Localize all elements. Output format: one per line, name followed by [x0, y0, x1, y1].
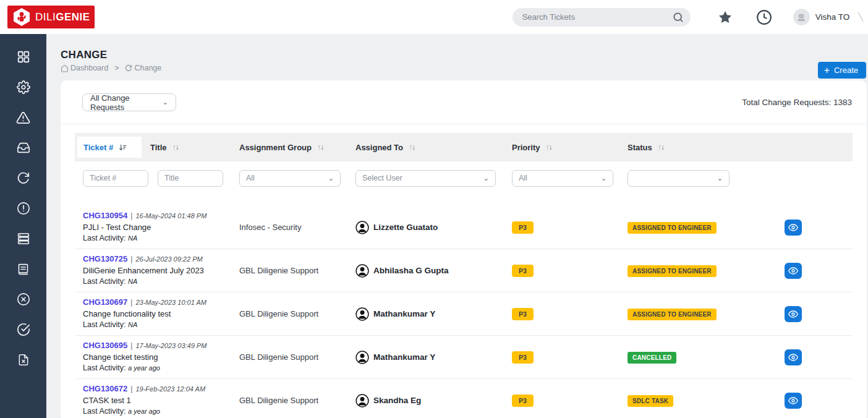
filter-priority-select[interactable]: All⌄: [512, 170, 613, 187]
search-wrap: [513, 8, 691, 27]
status-badge: ASSIGNED TO ENGINEER: [628, 309, 717, 320]
last-activity: Last Activity: NA: [83, 320, 239, 330]
assignee-name: Abhilasha G Gupta: [373, 266, 449, 275]
table-body: CHG130954 | 16-May-2024 01:48 PM PJLI - …: [75, 206, 853, 418]
sidebar-item-assets[interactable]: [15, 232, 32, 245]
topbar: DILIGENIE Visha TO ╲: [0, 0, 868, 34]
priority-badge: P3: [512, 351, 534, 364]
filter-ticket-input[interactable]: [83, 170, 148, 187]
ticket-link[interactable]: CHG130697: [83, 297, 127, 307]
separator: |: [130, 298, 132, 307]
column-header-title[interactable]: Title ↑↓: [150, 143, 178, 152]
sidebar-item-settings[interactable]: [15, 80, 32, 94]
table-row: CHG130672 | 19-Feb-2023 12:04 AM CTASK t…: [75, 379, 853, 418]
status-badge: ASSIGNED TO ENGINEER: [628, 222, 717, 234]
breadcrumb-change[interactable]: Change: [125, 64, 161, 72]
ticket-link[interactable]: CHG130672: [83, 384, 127, 394]
assignee-avatar-icon: [355, 351, 369, 364]
filter-assignment-group-select[interactable]: All⌄: [239, 170, 341, 187]
sidebar-item-incident[interactable]: [15, 111, 32, 124]
ticket-link[interactable]: CHG130954: [83, 211, 127, 221]
view-filter-select[interactable]: All Change Requests ⌄: [82, 93, 176, 111]
assignment-group: GBL Diligenie Support: [239, 352, 355, 362]
view-ticket-button[interactable]: [785, 393, 802, 409]
breadcrumb: Dashboard > Change: [61, 64, 868, 72]
ticket-date: 23-May-2023 10:01 AM: [135, 299, 206, 307]
column-header-assignment-group[interactable]: Assignment Group ↑↓: [239, 143, 355, 152]
plus-icon: +: [824, 66, 830, 75]
sidebar-item-inbox[interactable]: [15, 141, 32, 155]
separator: |: [130, 385, 132, 394]
sidebar-item-problem[interactable]: [15, 202, 32, 215]
user-avatar[interactable]: [793, 9, 810, 25]
page-head: CHANGE Dashboard > Change + Create: [46, 34, 868, 72]
eye-icon: [788, 266, 798, 276]
change-table: Ticket # Title ↑↓ Assignment Group ↑↓ As…: [61, 124, 867, 418]
ticket-title: Change ticket testing: [83, 352, 239, 362]
sidebar-item-knowledge[interactable]: [15, 262, 32, 276]
sort-icon: ↑↓: [658, 143, 663, 151]
table-row: CHG130697 | 23-May-2023 10:01 AM Change …: [75, 292, 853, 336]
view-ticket-button[interactable]: [785, 263, 802, 279]
last-activity: Last Activity: a year ago: [83, 407, 239, 417]
column-header-ticket[interactable]: Ticket #: [77, 137, 142, 158]
sort-icon: ↑↓: [546, 143, 551, 151]
status-badge: SDLC TASK: [628, 395, 673, 407]
assignment-group: GBL Diligenie Support: [239, 396, 355, 405]
sidebar-item-change[interactable]: [15, 171, 32, 185]
genie-logo-icon: [12, 7, 31, 27]
filter-title-input[interactable]: [158, 170, 223, 187]
filter-assigned-to-select[interactable]: Select User⌄: [355, 170, 496, 187]
table-row: CHG130954 | 16-May-2024 01:48 PM PJLI - …: [75, 206, 853, 249]
create-button[interactable]: + Create: [818, 62, 866, 79]
chevron-down-icon: ⌄: [601, 174, 606, 182]
view-ticket-button[interactable]: [785, 306, 802, 322]
ticket-date: 17-May-2023 03:49 PM: [135, 342, 206, 351]
table-row: CHG130695 | 17-May-2023 03:49 PM Change …: [75, 336, 853, 379]
sort-icon: ↑↓: [172, 143, 178, 151]
ticket-title: Change functionality test: [83, 309, 239, 319]
favorites-star-icon[interactable]: [718, 10, 733, 25]
assignee-avatar-icon: [355, 307, 369, 321]
assignment-group: Infosec - Security: [239, 223, 355, 232]
search-tickets-input[interactable]: [513, 8, 691, 27]
ticket-link[interactable]: CHG130695: [83, 341, 127, 351]
sidebar-item-reports[interactable]: [15, 353, 32, 367]
assignment-group: GBL Diligenie Support: [239, 309, 355, 318]
ticket-title: PJLI - Test Change: [83, 223, 239, 232]
history-clock-icon[interactable]: [756, 9, 772, 25]
sidebar-item-dashboard[interactable]: [15, 50, 32, 64]
separator: |: [130, 255, 132, 264]
column-header-assigned-to[interactable]: Assigned To ↑↓: [355, 143, 512, 152]
user-name[interactable]: Visha TO: [815, 12, 850, 22]
ticket-date: 16-May-2024 01:48 PM: [135, 212, 206, 221]
sidebar-item-approvals[interactable]: [15, 323, 32, 336]
home-icon: [61, 64, 69, 72]
last-activity: Last Activity: NA: [83, 277, 239, 287]
assignee-avatar-icon: [355, 394, 369, 407]
change-list-card: All Change Requests ⌄ Total Change Reque…: [61, 80, 867, 418]
column-header-priority[interactable]: Priority ↑↓: [512, 143, 628, 152]
ticket-link[interactable]: CHG130725: [83, 254, 127, 264]
filter-status-select[interactable]: ⌄: [628, 170, 730, 187]
assignee-name: Skandha Eg: [373, 396, 421, 405]
user-menu-chevron-icon[interactable]: ╲: [858, 12, 863, 22]
view-ticket-button[interactable]: [785, 349, 802, 365]
ticket-title: DiliGenie Enhancement July 2023: [83, 266, 239, 276]
table-header-row: Ticket # Title ↑↓ Assignment Group ↑↓ As…: [75, 133, 853, 161]
app-logo[interactable]: DILIGENIE: [7, 6, 95, 28]
assignee-avatar-icon: [355, 221, 369, 234]
separator: |: [130, 341, 132, 351]
search-icon[interactable]: [672, 11, 684, 26]
view-ticket-button[interactable]: [785, 220, 802, 236]
breadcrumb-dashboard[interactable]: Dashboard: [61, 64, 108, 72]
table-row: CHG130725 | 26-Jul-2023 09:22 PM DiliGen…: [75, 249, 853, 292]
column-header-status[interactable]: Status ↑↓: [628, 143, 777, 152]
main-content: CHANGE Dashboard > Change + Create All C…: [46, 34, 868, 418]
change-refresh-icon: [125, 64, 132, 72]
breadcrumb-separator: >: [114, 64, 119, 72]
assignee-name: Mathankumar Y: [373, 352, 435, 362]
priority-badge: P3: [512, 395, 534, 407]
sidebar: [0, 34, 46, 418]
sidebar-item-cancel[interactable]: [15, 292, 32, 306]
